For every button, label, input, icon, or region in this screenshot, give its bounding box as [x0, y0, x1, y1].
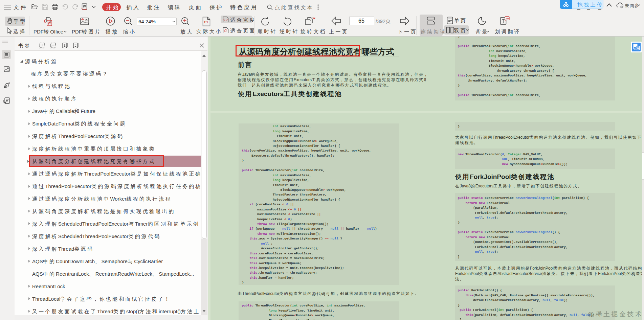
- svg-text:1:1: 1:1: [204, 20, 208, 24]
